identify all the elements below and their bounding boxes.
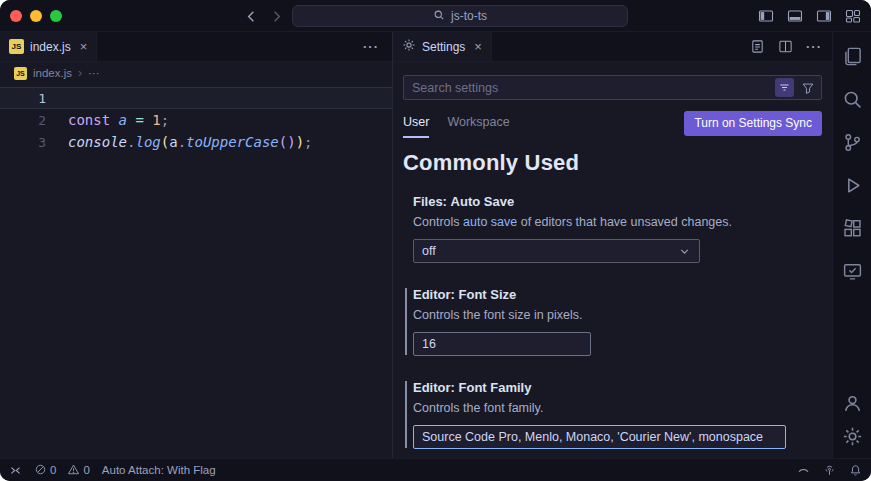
tab-user[interactable]: User [403,108,429,138]
font-family-input[interactable] [413,425,786,449]
tab-index-js[interactable]: JS index.js × [0,32,97,61]
settings-scope-tabs: User Workspace Turn on Settings Sync [403,108,822,138]
toggle-secondary-sidebar-icon[interactable] [816,8,832,24]
setting-editor-font-size: Editor: Font Size Controls the font size… [403,287,822,356]
explorer-icon[interactable] [840,44,864,68]
code-line[interactable]: 1 [0,87,392,109]
warning-icon [67,463,80,478]
setting-title: Files: Auto Save [413,194,822,209]
account-icon[interactable] [840,391,864,415]
editor-group-left: JS index.js × ··· JS index.js › ··· 1 2 [0,32,393,458]
left-tab-bar: JS index.js × ··· [0,32,392,62]
description-text: Controls [413,215,463,229]
traffic-lights [10,10,62,22]
right-tab-bar: Settings × ··· [393,32,832,62]
problems-indicator[interactable]: 0 0 [34,463,90,478]
more-actions-icon[interactable]: ··· [350,39,392,54]
chevron-right-icon: › [78,66,82,80]
breadcrumb[interactable]: JS index.js › ··· [0,62,392,84]
activity-bar [832,32,871,458]
javascript-file-icon: JS [14,67,27,80]
code-token: ) [296,134,304,150]
code-token: log [135,134,160,150]
close-window-button[interactable] [10,10,22,22]
funnel-filter-icon[interactable] [801,81,815,95]
command-center[interactable]: js-to-ts [292,5,628,27]
code-token: a [169,134,177,150]
setting-category: Editor: [413,380,459,395]
minimize-window-button[interactable] [30,10,42,22]
settings-search-input[interactable] [412,81,768,95]
auto-save-link[interactable]: auto save [463,215,517,229]
remote-indicator-icon[interactable] [9,464,22,477]
editor-group-right: Settings × ··· [393,32,832,458]
settings-gear-icon[interactable] [840,424,864,448]
breadcrumb-file[interactable]: index.js [33,67,72,79]
code-token: console [68,134,127,150]
extensions-icon[interactable] [840,216,864,240]
tab-settings[interactable]: Settings × [393,32,492,61]
description-text: of editors that have unsaved changes. [517,215,732,229]
remote-explorer-icon[interactable] [840,259,864,283]
breadcrumb-symbol[interactable]: ··· [88,67,100,79]
split-editor-icon[interactable] [778,39,793,54]
warning-count: 0 [83,464,89,476]
setting-description: Controls auto save of editors that have … [413,215,822,229]
search-icon [433,9,445,24]
bell-icon[interactable] [849,464,862,477]
zoom-window-button[interactable] [50,10,62,22]
setting-files-auto-save: Files: Auto Save Controls auto save of e… [403,194,822,263]
code-text: const a = 1; [46,112,169,128]
editor-actions: ··· [750,32,832,61]
tab-workspace[interactable]: Workspace [447,108,509,138]
source-control-icon[interactable] [840,130,864,154]
code-token: . [178,134,186,150]
filter-lines-icon[interactable] [775,78,794,97]
titlebar: js-to-ts [0,0,871,32]
setting-name: Font Family [459,380,532,395]
settings-search [403,75,822,100]
code-token: ) [287,134,295,150]
more-actions-icon[interactable]: ··· [806,39,822,54]
code-token: ; [161,112,169,128]
status-curve-icon[interactable] [797,464,810,477]
code-line[interactable]: 2 const a = 1; [0,109,392,131]
open-settings-json-icon[interactable] [750,39,765,54]
code-editor[interactable]: 1 2 const a = 1; 3 console.log(a.toUpper… [0,84,392,458]
setting-category: Editor: [413,287,459,302]
code-token: toUpperCase [186,134,279,150]
radio-tower-icon[interactable] [823,464,836,477]
auto-attach-status[interactable]: Auto Attach: With Flag [102,464,216,476]
toggle-panel-icon[interactable] [787,8,803,24]
gear-icon [402,38,416,55]
vscode-window: js-to-ts JS index.js × [0,0,871,481]
code-token: = [135,112,152,128]
status-bar: 0 0 Auto Attach: With Flag [0,458,871,481]
code-text: console.log(a.toUpperCase()); [46,134,313,150]
search-icon[interactable] [840,87,864,111]
setting-description: Controls the font family. [413,401,822,415]
close-tab-icon[interactable]: × [474,39,482,54]
auto-save-select[interactable]: off [413,239,700,263]
history-nav [244,0,284,32]
code-line[interactable]: 3 console.log(a.toUpperCase()); [0,131,392,153]
customize-layout-icon[interactable] [845,8,861,24]
line-number: 1 [0,91,46,106]
code-token: const [68,112,119,128]
code-token: a [119,112,136,128]
code-token: ( [279,134,287,150]
font-size-input[interactable] [413,332,591,356]
javascript-file-icon: JS [9,39,24,54]
setting-name: Auto Save [451,194,515,209]
back-icon[interactable] [244,9,259,24]
chevron-down-icon [678,245,691,258]
close-tab-icon[interactable]: × [80,39,88,54]
forward-icon[interactable] [269,9,284,24]
toggle-primary-sidebar-icon[interactable] [758,8,774,24]
run-debug-icon[interactable] [840,173,864,197]
setting-editor-font-family: Editor: Font Family Controls the font fa… [403,380,822,449]
setting-title: Editor: Font Size [413,287,822,302]
code-token: 1 [152,112,160,128]
settings-sync-button[interactable]: Turn on Settings Sync [684,111,822,136]
command-center-text: js-to-ts [451,9,487,23]
